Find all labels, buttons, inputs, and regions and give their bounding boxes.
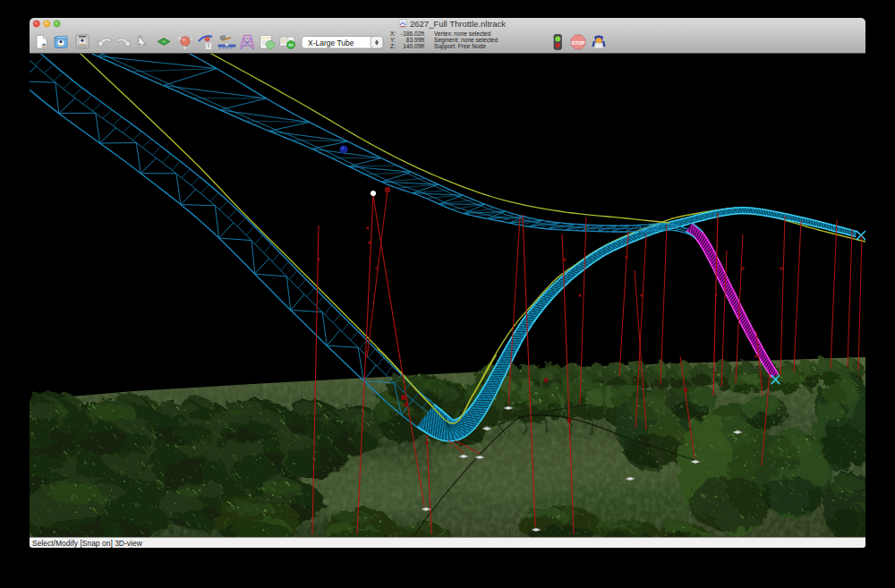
svg-text:Vertex: none selected: Vertex: none selected [434,30,491,37]
svg-text:STOP: STOP [571,40,584,46]
svg-text:X-Large Tube: X-Large Tube [308,38,354,47]
svg-text:-186.02ft: -186.02ft [401,30,424,37]
svg-text:2627_Full Throttle.nltrack: 2627_Full Throttle.nltrack [410,19,506,29]
svg-text:HT: HT [289,44,294,47]
svg-text:Support: Free Node: Support: Free Node [434,43,486,50]
svg-text:X:: X: [390,30,396,37]
svg-text:83.99ft: 83.99ft [406,37,424,43]
svg-text:Y:: Y: [390,37,396,43]
svg-text:140.09ft: 140.09ft [403,43,424,49]
svg-text:Z:: Z: [390,43,396,49]
